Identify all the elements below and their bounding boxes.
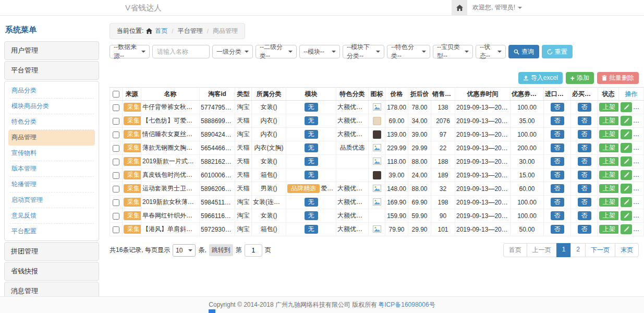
icp-link[interactable]: 粤ICP备16098006号 xyxy=(378,300,435,309)
import-select-badge[interactable]: 否 xyxy=(551,184,564,194)
status-badge[interactable]: 上架 xyxy=(599,157,619,166)
sidebar-group-money-saving-express[interactable]: 省钱快报 xyxy=(4,262,99,281)
module-badge[interactable]: 无 xyxy=(305,130,318,139)
import-select-badge[interactable]: 否 xyxy=(551,171,564,180)
import-select-badge[interactable]: 否 xyxy=(551,225,564,234)
status-badge[interactable]: 上架 xyxy=(599,171,619,180)
row-checkbox[interactable] xyxy=(113,172,119,179)
search-button[interactable]: 查询 xyxy=(508,45,539,58)
import-select-badge[interactable]: 否 xyxy=(551,198,564,207)
user-menu[interactable]: 欢迎您, 管理员! xyxy=(472,0,522,15)
import-select-badge[interactable]: 否 xyxy=(551,116,564,126)
sidebar-item-feature-category[interactable]: 特色分类 xyxy=(8,114,95,130)
must-buy-badge[interactable]: 否 xyxy=(578,211,591,221)
import-select-badge[interactable]: 否 xyxy=(551,157,564,166)
sidebar-item-goods-category[interactable]: 商品分类 xyxy=(8,83,95,99)
page-button-2[interactable]: 1 xyxy=(556,243,572,257)
must-buy-badge[interactable]: 否 xyxy=(578,225,591,234)
page-size-select[interactable]: 10 xyxy=(173,244,196,257)
import-select-badge[interactable]: 否 xyxy=(551,130,564,139)
page-button-0[interactable]: 首页 xyxy=(503,243,527,257)
must-buy-badge[interactable]: 否 xyxy=(578,143,591,153)
must-buy-badge[interactable]: 否 xyxy=(578,157,591,166)
sidebar-item-goods-management[interactable]: 商品管理 xyxy=(8,130,95,146)
home-button[interactable] xyxy=(452,0,467,15)
edit-button[interactable] xyxy=(621,211,632,221)
item-type-select[interactable]: --宝贝类型-- xyxy=(433,45,473,58)
jump-page-input[interactable] xyxy=(245,244,262,257)
must-buy-badge[interactable]: 否 xyxy=(578,103,591,112)
status-select[interactable]: --状态-- xyxy=(476,45,506,58)
reset-button[interactable]: 重置 xyxy=(542,45,573,58)
sidebar-item-splash-page-management[interactable]: 启动页管理 xyxy=(8,192,95,208)
row-checkbox[interactable] xyxy=(113,104,119,111)
sidebar-group-platform-management[interactable]: 平台管理 xyxy=(4,61,99,80)
edit-button[interactable] xyxy=(621,170,632,180)
row-checkbox[interactable] xyxy=(113,186,119,192)
must-buy-badge[interactable]: 否 xyxy=(578,184,591,194)
status-badge[interactable]: 上架 xyxy=(599,198,619,207)
level2-category-select[interactable]: --二级分类-- xyxy=(256,45,297,58)
sidebar-item-platform-config[interactable]: 平台配置 xyxy=(8,224,95,239)
status-badge[interactable]: 上架 xyxy=(599,225,619,234)
status-badge[interactable]: 上架 xyxy=(599,211,619,221)
edit-button[interactable] xyxy=(621,156,632,166)
import-select-badge[interactable]: 否 xyxy=(551,103,564,112)
must-buy-badge[interactable]: 否 xyxy=(578,116,591,126)
page-button-5[interactable]: 末页 xyxy=(615,243,639,257)
sidebar-item-carousel-management[interactable]: 轮播管理 xyxy=(8,177,95,192)
edit-button[interactable] xyxy=(621,197,632,207)
module-badge[interactable]: 无 xyxy=(305,211,318,221)
row-checkbox[interactable] xyxy=(113,213,119,220)
import-select-badge[interactable]: 否 xyxy=(551,143,564,153)
page-button-1[interactable]: 上一页 xyxy=(527,243,557,257)
feature-category-select[interactable]: --特色分类-- xyxy=(387,45,430,58)
import-excel-button[interactable]: 导入excel xyxy=(518,72,563,84)
breadcrumb-home-link[interactable]: 首页 xyxy=(155,27,167,35)
sidebar-item-module-goods-category[interactable]: 模块商品分类 xyxy=(8,99,95,114)
sidebar-group-group-buy-management[interactable]: 拼团管理 xyxy=(4,242,99,261)
edit-button[interactable] xyxy=(621,224,632,234)
level1-category-select[interactable]: 一级分类 xyxy=(212,45,253,58)
row-checkbox[interactable] xyxy=(113,159,119,165)
edit-button[interactable] xyxy=(621,184,632,194)
sidebar-item-promo-material[interactable]: 宣传物料 xyxy=(8,146,95,161)
module-badge[interactable]: 无 xyxy=(305,157,318,166)
status-badge[interactable]: 上架 xyxy=(599,116,619,126)
module-badge[interactable]: 无 xyxy=(305,171,318,180)
must-buy-badge[interactable]: 否 xyxy=(578,130,591,139)
jump-button[interactable]: 跳转到 xyxy=(209,244,233,256)
edit-button[interactable] xyxy=(621,102,632,112)
module-badge[interactable]: 无 xyxy=(305,225,318,234)
must-buy-badge[interactable]: 否 xyxy=(578,171,591,180)
status-badge[interactable]: 上架 xyxy=(599,103,619,112)
module-badge[interactable]: 无 xyxy=(305,143,318,153)
page-button-3[interactable]: 2 xyxy=(570,243,586,257)
sidebar-item-version-management[interactable]: 版本管理 xyxy=(8,161,95,177)
row-checkbox[interactable] xyxy=(113,118,119,125)
module-select[interactable]: --模块-- xyxy=(299,45,340,58)
row-checkbox[interactable] xyxy=(113,199,119,206)
row-checkbox[interactable] xyxy=(113,131,119,138)
goods-name-input[interactable] xyxy=(152,45,210,58)
data-source-select[interactable]: --数据来源-- xyxy=(110,45,150,58)
status-badge[interactable]: 上架 xyxy=(599,130,619,139)
edit-button[interactable] xyxy=(621,116,632,126)
row-checkbox[interactable] xyxy=(113,226,119,233)
module-badge[interactable]: 无 xyxy=(305,116,318,126)
must-buy-badge[interactable]: 否 xyxy=(578,198,591,207)
row-checkbox[interactable] xyxy=(113,145,119,152)
edit-button[interactable] xyxy=(621,143,632,153)
sidebar-item-feedback[interactable]: 意见反馈 xyxy=(8,208,95,224)
module-badge[interactable]: 无 xyxy=(305,198,318,207)
import-select-badge[interactable]: 否 xyxy=(551,211,564,221)
select-all-checkbox[interactable] xyxy=(113,91,119,98)
status-badge[interactable]: 上架 xyxy=(599,143,619,153)
sidebar-group-user-management[interactable]: 用户管理 xyxy=(4,41,99,60)
page-button-4[interactable]: 下一页 xyxy=(585,243,615,257)
module-subcategory-select[interactable]: --模块下分类-- xyxy=(343,45,384,58)
add-button[interactable]: + 添加 xyxy=(566,72,594,84)
batch-delete-button[interactable]: 批量删除 xyxy=(597,72,639,84)
status-badge[interactable]: 上架 xyxy=(599,184,619,194)
module-badge[interactable]: 无 xyxy=(305,103,318,112)
